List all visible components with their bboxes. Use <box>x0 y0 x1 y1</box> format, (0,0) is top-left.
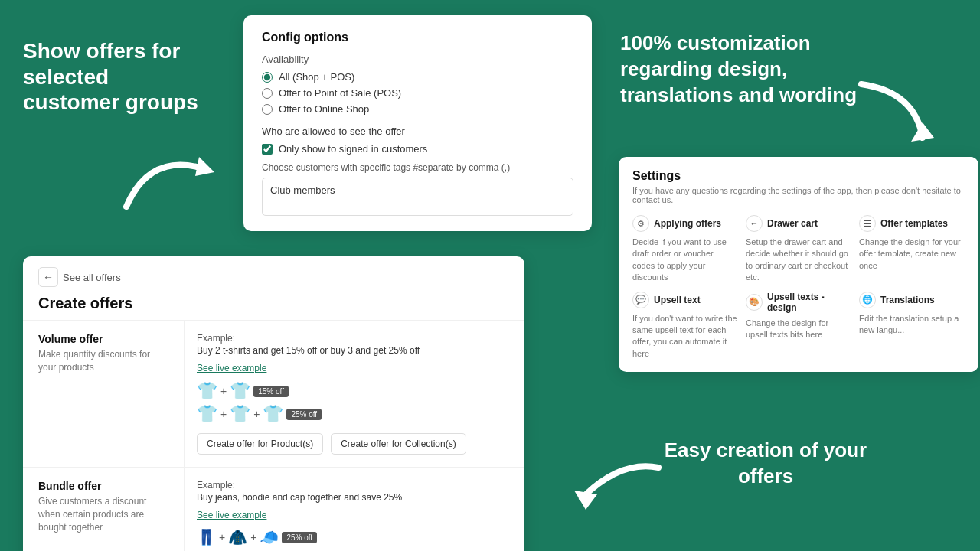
plus-sign-b2: + <box>250 531 256 543</box>
settings-templates[interactable]: ☰ Offer templates Change the design for … <box>859 215 965 284</box>
create-collection-btn[interactable]: Create offer for Collection(s) <box>331 433 466 455</box>
settings-applying-header: ⚙ Applying offers <box>632 215 738 232</box>
upsell-design-icon: 🎨 <box>746 294 763 311</box>
bundle-offer-desc: Give customers a discount when certain p… <box>38 495 168 533</box>
radio-pos-input[interactable] <box>262 88 273 99</box>
volume-offer-desc: Make quantity discounts for your product… <box>38 348 168 374</box>
volume-offer-right: Example: Buy 2 t-shirts and get 15% off … <box>184 321 524 467</box>
svg-marker-1 <box>911 122 934 142</box>
settings-subtitle: If you have any questions regarding the … <box>632 186 965 204</box>
radio-pos[interactable]: Offer to Point of Sale (POS) <box>262 87 573 99</box>
shirt-icon-3: 👕 <box>197 404 217 424</box>
plus-sign-2: + <box>220 408 227 420</box>
upsell-text-icon: 💬 <box>632 292 649 308</box>
settings-upsell-design-header: 🎨 Upsell texts - design <box>746 292 851 313</box>
translations-desc: Edit the translation setup a new langu..… <box>859 313 965 337</box>
bundle-offer-section: Bundle offer Give customers a discount w… <box>23 467 524 551</box>
settings-drawer[interactable]: ← Drawer cart Setup the drawer cart and … <box>746 215 851 284</box>
plus-sign-3: + <box>253 408 260 420</box>
create-card: ← See all offers Create offers Volume of… <box>23 256 524 551</box>
volume-offer-title: Volume offer <box>38 333 168 345</box>
back-label: See all offers <box>63 272 121 283</box>
signed-in-checkbox[interactable]: Only show to signed in customers <box>262 143 573 155</box>
jeans-icon: 👖 <box>197 528 216 546</box>
arrow-top-left-icon <box>119 145 218 225</box>
settings-templates-header: ☰ Offer templates <box>859 215 965 232</box>
signed-in-label: Only show to signed in customers <box>279 143 427 155</box>
settings-title: Settings <box>632 169 965 183</box>
signed-in-input[interactable] <box>262 144 273 155</box>
applying-title: Applying offers <box>654 218 721 229</box>
shirt-icon-5: 👕 <box>263 404 283 424</box>
bundle-offer-left: Bundle offer Give customers a discount w… <box>23 468 184 551</box>
applying-icon: ⚙ <box>632 215 649 232</box>
upsell-design-desc: Change the design for upsell texts bits … <box>746 318 851 341</box>
back-arrow-icon: ← <box>38 267 58 287</box>
templates-icon: ☰ <box>859 215 876 232</box>
radio-all[interactable]: All (Shop + POS) <box>262 71 573 83</box>
radio-shop[interactable]: Offer to Online Shop <box>262 103 573 115</box>
translations-title: Translations <box>880 295 935 305</box>
templates-title: Offer templates <box>880 218 948 229</box>
plus-sign-b1: + <box>219 531 225 543</box>
applying-desc: Decide if you want to use draft order or… <box>632 236 738 284</box>
upsell-design-title: Upsell texts - design <box>767 292 851 313</box>
volume-offer-btns: Create offer for Product(s) Create offer… <box>197 433 512 455</box>
volume-visual-row2: 👕 + 👕 + 👕 25% off <box>197 404 512 424</box>
create-card-header: ← See all offers <box>23 256 524 295</box>
shirt-icon-1: 👕 <box>197 381 217 401</box>
upsell-text-desc: If you don't want to write the same upse… <box>632 313 738 360</box>
radio-all-input[interactable] <box>262 72 273 83</box>
back-button[interactable]: ← See all offers <box>38 267 121 287</box>
settings-upsell-text[interactable]: 💬 Upsell text If you don't want to write… <box>632 292 738 360</box>
volume-visual-row1: 👕 + 👕 15% off <box>197 381 512 401</box>
radio-all-label: All (Shop + POS) <box>279 71 354 83</box>
cap-icon: 🧢 <box>260 528 279 546</box>
who-label: Who are allowed to see the offer <box>262 126 573 137</box>
settings-grid-row1: ⚙ Applying offers Decide if you want to … <box>632 215 965 284</box>
badge-15: 15% off <box>253 386 289 397</box>
radio-shop-label: Offer to Online Shop <box>279 103 369 115</box>
create-product-btn[interactable]: Create offer for Product(s) <box>197 433 323 455</box>
bundle-example-label: Example: <box>197 480 512 491</box>
settings-translations[interactable]: 🌐 Translations Edit the translation setu… <box>859 292 965 360</box>
radio-shop-input[interactable] <box>262 104 273 115</box>
bundle-offer-title: Bundle offer <box>38 480 168 492</box>
arrow-bottom-icon <box>544 452 666 532</box>
hoodie-icon: 🧥 <box>228 528 247 546</box>
availability-label: Availability <box>262 54 573 65</box>
volume-example-label: Example: <box>197 333 512 344</box>
radio-pos-label: Offer to Point of Sale (POS) <box>279 87 401 99</box>
settings-grid-row2: 💬 Upsell text If you don't want to write… <box>632 292 965 360</box>
shirt-icon-2: 👕 <box>230 381 250 401</box>
top-right-heading: 100% customization regarding design, tra… <box>620 31 880 108</box>
settings-applying[interactable]: ⚙ Applying offers Decide if you want to … <box>632 215 738 284</box>
arrow-top-right-icon <box>854 77 946 156</box>
top-left-heading: Show offers for selected customer groups <box>23 38 207 116</box>
translations-icon: 🌐 <box>859 292 876 308</box>
settings-upsell-design[interactable]: 🎨 Upsell texts - design Change the desig… <box>746 292 851 360</box>
upsell-text-title: Upsell text <box>654 295 701 305</box>
bundle-offer-right: Example: Buy jeans, hoodie and cap toget… <box>184 468 524 551</box>
tags-label: Choose customers with specific tags #sep… <box>262 162 573 173</box>
settings-upsell-header: 💬 Upsell text <box>632 292 738 308</box>
settings-card: Settings If you have any questions regar… <box>619 157 978 372</box>
volume-see-live[interactable]: See live example <box>197 363 266 373</box>
config-card: Config options Availability All (Shop + … <box>243 15 592 231</box>
settings-drawer-header: ← Drawer cart <box>746 215 851 232</box>
volume-visual: 👕 + 👕 15% off 👕 + 👕 + 👕 25% off <box>197 381 512 424</box>
bottom-right-heading: Easy creation of your offers <box>651 438 880 490</box>
create-offers-title: Create offers <box>23 295 524 320</box>
templates-desc: Change the design for your offer templat… <box>859 236 965 272</box>
bundle-example-text: Buy jeans, hoodie and cap together and s… <box>197 492 512 503</box>
volume-offer-section: Volume offer Make quantity discounts for… <box>23 320 524 467</box>
plus-sign-1: + <box>220 385 227 397</box>
bundle-see-live[interactable]: See live example <box>197 510 266 520</box>
badge-25: 25% off <box>286 409 322 420</box>
bundle-badge: 25% off <box>282 532 317 543</box>
volume-example-text: Buy 2 t-shirts and get 15% off or buy 3 … <box>197 345 512 356</box>
drawer-title: Drawer cart <box>767 218 818 229</box>
tags-input-field[interactable]: Club members <box>262 178 573 216</box>
radio-group: All (Shop + POS) Offer to Point of Sale … <box>262 71 573 115</box>
svg-marker-0 <box>195 157 214 176</box>
